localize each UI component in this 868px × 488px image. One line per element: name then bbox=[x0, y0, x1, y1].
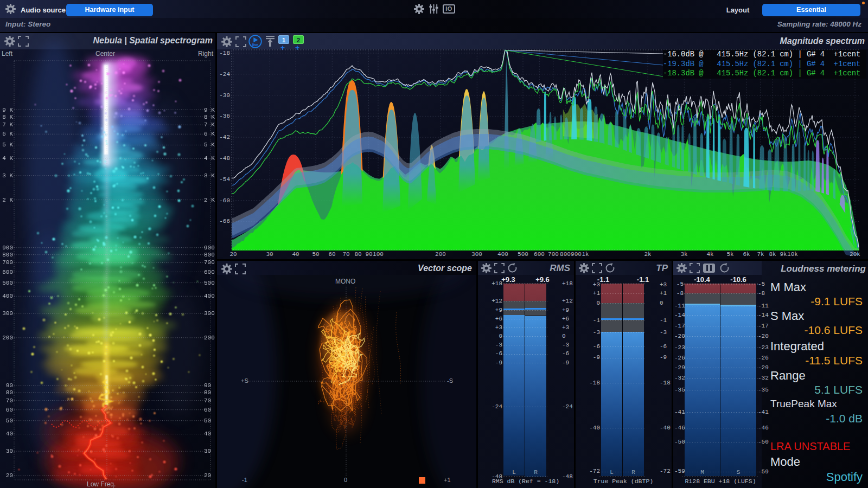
svg-text:live: live bbox=[252, 43, 258, 47]
